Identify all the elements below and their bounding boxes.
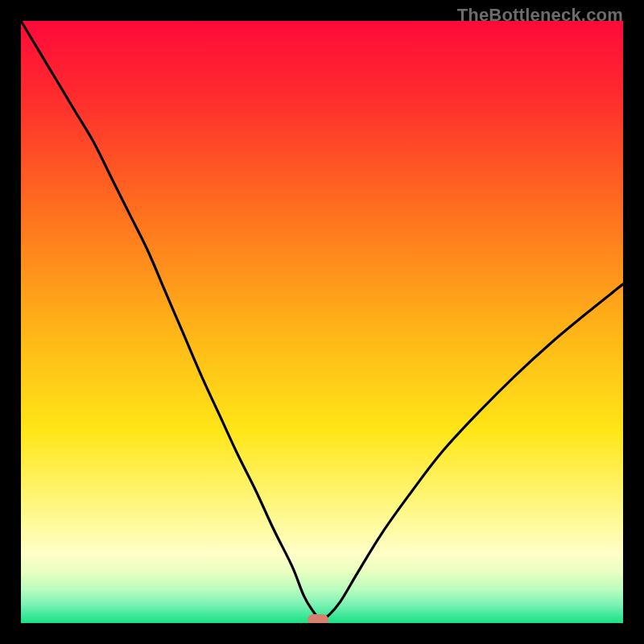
bottleneck-curve: [21, 21, 623, 623]
chart-frame: TheBottleneck.com: [0, 0, 644, 644]
watermark-text: TheBottleneck.com: [457, 5, 623, 26]
plot-area: [21, 21, 623, 623]
minimum-marker: [308, 614, 328, 624]
